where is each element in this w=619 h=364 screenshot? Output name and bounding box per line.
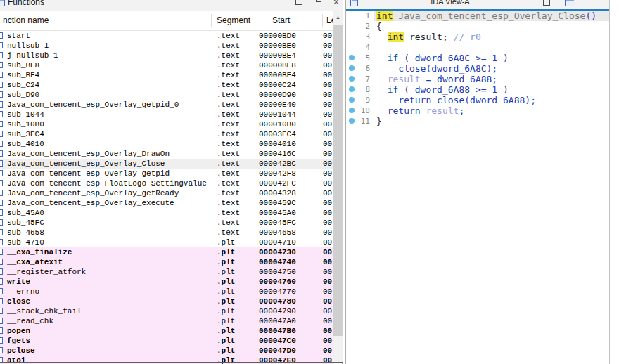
start-address-cell: 00004750 bbox=[259, 267, 296, 277]
function-row[interactable]: __register_atfork.plt0000475000 bbox=[0, 267, 333, 277]
function-name-cell: pclose bbox=[7, 346, 35, 356]
function-row[interactable]: start.text00000BD000 bbox=[0, 31, 333, 41]
function-row[interactable]: j_nullsub_1.text00000BE400 bbox=[0, 51, 333, 60]
code-line[interactable]: 2{ bbox=[346, 21, 609, 32]
column-header-start[interactable]: Start bbox=[272, 11, 319, 30]
code-line[interactable]: 6 close(dword_6A8C); bbox=[346, 63, 609, 74]
column-header-segment[interactable]: Segment bbox=[217, 11, 263, 30]
function-row[interactable]: Java_com_tencent_esp_Overlay_DrawOn.text… bbox=[0, 149, 333, 159]
column-separator[interactable] bbox=[267, 14, 267, 27]
code-text[interactable]: if ( dword_6A8C >= 1 ) bbox=[376, 53, 509, 63]
close-button-icon[interactable]: × bbox=[333, 0, 342, 5]
function-row[interactable]: Java_com_tencent_esp_Overlay_getpid.text… bbox=[0, 169, 333, 178]
function-row[interactable]: Java_com_tencent_esp_Overlay_getReady.te… bbox=[0, 188, 333, 198]
column-header-function-name[interactable]: nction name bbox=[3, 11, 207, 30]
maximize-button-icon[interactable] bbox=[543, 0, 550, 6]
code-text[interactable]: return close(dword_6A88); bbox=[376, 95, 536, 105]
function-row[interactable]: __errno.plt0000477000 bbox=[0, 287, 333, 297]
code-line[interactable]: 5 if ( dword_6A8C >= 1 ) bbox=[346, 53, 609, 63]
function-row[interactable]: __cxa_finalize.plt0000473000 bbox=[0, 247, 333, 257]
code-text[interactable]: if ( dword_6A88 >= 1 ) bbox=[376, 84, 509, 95]
code-line[interactable]: 11} bbox=[346, 116, 609, 126]
function-row[interactable]: nullsub_1.text00000BE000 bbox=[0, 41, 333, 51]
ida-view-titlebar[interactable]: IDA View-A bbox=[346, 0, 609, 9]
function-name-cell: sub_4658 bbox=[7, 228, 44, 238]
function-row[interactable]: sub_4710.plt0000471000 bbox=[0, 238, 333, 247]
segment-cell: .text bbox=[217, 208, 240, 218]
scrollbar-thumb[interactable] bbox=[333, 25, 343, 336]
code-line[interactable]: 9 return close(dword_6A88); bbox=[346, 95, 609, 105]
function-icon bbox=[0, 141, 3, 147]
length-cell: 00 bbox=[323, 297, 332, 306]
column-separator[interactable] bbox=[322, 14, 323, 27]
function-row[interactable]: sub_BE8.text00000BE800 bbox=[0, 60, 333, 70]
code-text[interactable]: close(dword_6A8C); bbox=[376, 63, 497, 74]
function-name-cell: Java_com_tencent_esp_Overlay_getReady bbox=[7, 188, 179, 198]
function-row[interactable]: write.plt0000476000 bbox=[0, 277, 333, 287]
function-row[interactable]: __stack_chk_fail.plt0000479000 bbox=[0, 306, 333, 316]
functions-title: Functions bbox=[8, 0, 44, 7]
code-line[interactable]: 7 result = dword_6A88; bbox=[346, 74, 609, 84]
function-row[interactable]: sub_45A0.text000045A000 bbox=[0, 208, 333, 218]
code-line[interactable]: 8 if ( dword_6A88 >= 1 ) bbox=[346, 84, 609, 95]
scrollbar-up-arrow-icon[interactable]: ▲ bbox=[333, 11, 343, 23]
function-row[interactable]: Java_com_tencent_esp_FloatLogo_SettingVa… bbox=[0, 178, 333, 188]
start-address-cell: 00004658 bbox=[259, 228, 296, 238]
function-row[interactable]: popen.plt000047B000 bbox=[0, 326, 333, 336]
length-cell: 00 bbox=[323, 188, 332, 198]
function-row[interactable]: __read_chk.plt000047A000 bbox=[0, 316, 333, 326]
function-row[interactable]: sub_3EC4.text00003EC400 bbox=[0, 129, 333, 139]
segment-cell: .plt bbox=[217, 238, 235, 247]
code-text[interactable]: result = dword_6A88; bbox=[376, 74, 497, 84]
function-row[interactable]: sub_4010.text0000401000 bbox=[0, 139, 333, 149]
pseudocode-lines: 1int Java_com_tencent_esp_Overlay_Close(… bbox=[346, 11, 609, 126]
code-text[interactable]: return result; bbox=[376, 105, 464, 116]
function-row[interactable]: sub_4658.text0000465800 bbox=[0, 228, 333, 238]
segment-cell: .text bbox=[217, 198, 240, 208]
start-address-cell: 00000D90 bbox=[259, 90, 296, 100]
code-text[interactable]: { bbox=[376, 21, 382, 32]
function-row[interactable]: sub_C24.text00000C2400 bbox=[0, 80, 333, 90]
function-row[interactable]: sub_D90.text00000D9000 bbox=[0, 90, 333, 100]
code-token: return bbox=[388, 105, 426, 116]
functions-scrollbar[interactable]: ▲ bbox=[333, 11, 343, 363]
function-row[interactable]: Java_com_tencent_esp_Overlay_Close.text0… bbox=[0, 159, 333, 169]
code-text[interactable]: int result; // r0 bbox=[376, 32, 481, 42]
function-row[interactable]: __cxa_atexit.plt0000474000 bbox=[0, 257, 333, 267]
code-line[interactable]: 1int Java_com_tencent_esp_Overlay_Close(… bbox=[346, 11, 609, 21]
function-icon bbox=[0, 278, 3, 285]
code-token bbox=[376, 105, 388, 116]
pseudocode-view[interactable]: 1int Java_com_tencent_esp_Overlay_Close(… bbox=[346, 11, 609, 364]
function-row[interactable]: sub_1044.text0000104400 bbox=[0, 110, 333, 119]
line-number: 8 bbox=[352, 84, 370, 95]
function-row[interactable]: Java_com_tencent_esp_Overlay_execute.tex… bbox=[0, 198, 333, 208]
function-name-cell: start bbox=[7, 31, 30, 41]
function-row[interactable]: fgets.plt000047C000 bbox=[0, 336, 333, 346]
function-icon bbox=[0, 259, 3, 265]
code-text[interactable]: int Java_com_tencent_esp_Overlay_Close() bbox=[376, 11, 596, 21]
length-cell: 00 bbox=[323, 326, 332, 336]
restore-button-icon[interactable] bbox=[314, 0, 321, 5]
function-row[interactable]: close.plt0000478000 bbox=[0, 297, 333, 306]
length-cell: 00 bbox=[323, 306, 332, 316]
functions-titlebar[interactable]: Functions × bbox=[0, 0, 343, 11]
start-address-cell: 000042BC bbox=[259, 159, 296, 169]
code-line[interactable]: 10 return result; bbox=[346, 105, 609, 116]
column-separator[interactable] bbox=[211, 14, 212, 27]
function-row[interactable]: pclose.plt000047D000 bbox=[0, 346, 333, 356]
code-line[interactable]: 3 int result; // r0 bbox=[346, 32, 609, 42]
ida-view-title: IDA View-A bbox=[408, 0, 492, 6]
function-row[interactable]: sub_10B0.text000010B000 bbox=[0, 119, 333, 129]
function-name-cell: Java_com_tencent_esp_Overlay_getpid bbox=[7, 169, 170, 178]
code-text[interactable]: } bbox=[376, 116, 382, 126]
function-icon bbox=[0, 62, 3, 68]
function-row[interactable]: sub_45FC.text000045FC00 bbox=[0, 218, 333, 228]
function-name-cell: Java_com_tencent_esp_Overlay_getpid_0 bbox=[7, 100, 179, 110]
segment-cell: .text bbox=[217, 159, 240, 169]
code-line[interactable]: 4 bbox=[346, 42, 609, 53]
function-row[interactable]: Java_com_tencent_esp_Overlay_getpid_0.te… bbox=[0, 100, 333, 110]
maximize-button-icon[interactable] bbox=[295, 0, 302, 5]
function-name-cell: j_nullsub_1 bbox=[7, 51, 58, 60]
function-row[interactable]: sub_BF4.text00000BF400 bbox=[0, 70, 333, 80]
functions-list: start.text00000BD000nullsub_1.text00000B… bbox=[0, 31, 333, 364]
